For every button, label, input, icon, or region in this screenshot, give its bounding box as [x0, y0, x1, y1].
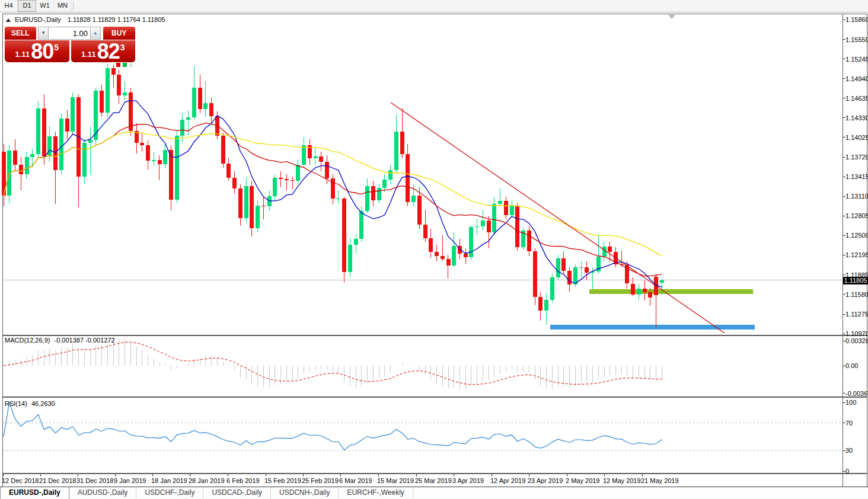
symbol-tab-eurusd-daily[interactable]: EURUSD-,Daily [0, 487, 69, 499]
macd-header: MACD(12,26,9) -0.001387 -0.001272 [5, 337, 115, 344]
date-axis-label: 12 Dec 2018 [2, 477, 39, 484]
symbol-tab-eurchf-weekly[interactable]: EURCHF-,Weekly [339, 487, 413, 499]
symbol-tab-bar: EURUSD-,DailyAUDUSD-,DailyUSDCHF-,DailyU… [0, 487, 868, 499]
chart-plot-canvas[interactable] [0, 0, 868, 499]
trading-terminal-window: H4 D1 W1 MN EURUSD-,Daily 1.11828 1.1182… [0, 0, 868, 499]
date-axis-label: 23 Apr 2019 [528, 477, 563, 484]
macd-axis-label: 0.003287 [845, 337, 868, 344]
chart-symbol-label: EURUSD-,Daily [15, 16, 61, 23]
rsi-axis-label: 30 [845, 447, 853, 454]
timeframe-button-mn[interactable]: MN [54, 0, 72, 12]
panel-marker-green-icon[interactable] [123, 63, 127, 67]
date-axis-label: 6 Feb 2019 [226, 477, 260, 484]
price-axis-label: 1.13110 [845, 193, 868, 200]
price-axis-label: 1.12500 [845, 232, 868, 239]
price-axis-label: 1.14635 [845, 95, 868, 102]
volume-increase-button[interactable]: ▲ [90, 27, 101, 40]
price-axis-label: 1.15245 [845, 56, 868, 63]
price-axis-label: 1.12805 [845, 212, 868, 219]
volume-input[interactable] [49, 27, 90, 40]
sell-price-sup: 5 [54, 43, 59, 52]
buy-price-button[interactable]: 1.11 82 3 [71, 40, 136, 62]
sell-price-button[interactable]: 1.11 80 5 [5, 40, 69, 62]
macd-name: MACD(12,26,9) [5, 337, 50, 344]
toolbar-separator [73, 1, 74, 11]
rsi-header: RSI(14) 46.2630 [5, 400, 55, 407]
price-axis-label: 1.13720 [845, 153, 868, 161]
symbol-tab-usdchf-daily[interactable]: USDCHF-,Daily [136, 487, 203, 499]
rsi-value: 46.2630 [31, 400, 55, 407]
date-axis-label: 12 Apr 2019 [490, 477, 525, 484]
triangle-down-icon: ▼ [41, 30, 46, 36]
date-axis-divider [2, 473, 867, 474]
sell-button[interactable]: SELL [5, 27, 36, 40]
price-axis-label: 1.15860 [845, 16, 868, 23]
date-axis-label: 9 Jan 2019 [114, 477, 146, 484]
macd-panel-divider[interactable] [2, 335, 867, 336]
date-axis-label: 15 Feb 2019 [264, 477, 301, 484]
panel-marker-chart-icon[interactable]: ⟂ [129, 63, 133, 67]
sell-price-prefix: 1.11 [15, 50, 30, 59]
date-axis-label: 18 Jan 2019 [151, 477, 187, 484]
timeframe-toolbar: H4 D1 W1 MN [0, 0, 868, 12]
scroll-marker-icon[interactable] [668, 15, 675, 19]
price-axis-label: 1.15550 [845, 36, 868, 43]
price-axis-label: 1.14330 [845, 114, 868, 121]
buy-price-big: 82 [97, 41, 120, 62]
macd-axis-label: 0.00 [845, 362, 858, 369]
symbol-marker-icon [6, 18, 11, 22]
chart-ohlc-quote: 1.11828 1.11829 1.11764 1.11805 [68, 16, 165, 23]
date-axis-label: 21 Dec 2018 [39, 477, 76, 484]
panel-marker-red-icon[interactable] [116, 63, 120, 67]
date-axis-label: 25 Feb 2019 [302, 477, 339, 484]
timeframe-button-d1[interactable]: D1 [18, 0, 36, 12]
price-axis-border [843, 14, 843, 487]
price-axis-label: 1.11275 [845, 311, 868, 318]
one-click-trading-panel: SELL ▼ ▲ BUY 1.11 80 5 1.11 82 3 [5, 27, 135, 62]
date-axis-label: 28 Jan 2019 [189, 477, 225, 484]
date-axis-label: 2 May 2019 [566, 477, 599, 484]
symbol-tab-usdcnh-daily[interactable]: USDCNH-,Daily [271, 487, 339, 499]
sell-price-big: 80 [31, 41, 53, 62]
rsi-panel-divider[interactable] [2, 396, 867, 398]
date-axis-label: 12 May 2019 [603, 477, 641, 484]
buy-price-sup: 3 [120, 43, 125, 52]
price-axis-label: 1.10970 [845, 330, 868, 337]
current-price-label: 1.11805 [843, 277, 868, 284]
rsi-name: RSI(14) [5, 400, 27, 407]
price-axis-label: 1.13415 [845, 173, 868, 180]
date-axis-label: 21 May 2019 [641, 477, 679, 484]
price-axis-label: 1.11580 [845, 291, 868, 298]
date-axis-label: 31 Dec 2018 [76, 477, 113, 484]
rsi-axis-label: 100 [845, 399, 856, 406]
volume-decrease-button[interactable]: ▼ [38, 27, 49, 40]
date-axis-label: 3 Apr 2019 [452, 477, 484, 484]
rsi-axis-label: 0 [845, 468, 849, 475]
macd-values: -0.001387 -0.001272 [54, 337, 114, 344]
chart-title: EURUSD-,Daily 1.11828 1.11829 1.11764 1.… [6, 16, 165, 23]
date-axis-label: 6 Mar 2019 [339, 477, 372, 484]
symbol-tab-usdcad-daily[interactable]: USDCAD-,Daily [203, 487, 271, 499]
date-axis-label: 25 Mar 2019 [415, 477, 452, 484]
buy-button[interactable]: BUY [103, 27, 136, 40]
price-axis-label: 1.14940 [845, 75, 868, 82]
triangle-up-icon: ▲ [93, 30, 98, 36]
timeframe-button-h4[interactable]: H4 [0, 0, 18, 12]
timeframe-button-w1[interactable]: W1 [36, 0, 54, 12]
price-axis-label: 1.14025 [845, 134, 868, 141]
macd-axis-label: -0.003659 [845, 390, 868, 397]
rsi-axis-label: 70 [845, 420, 853, 427]
date-axis-label: 15 Mar 2019 [377, 477, 414, 484]
price-axis-label: 1.12195 [845, 251, 868, 258]
symbol-tab-audusd-daily[interactable]: AUDUSD-,Daily [69, 487, 137, 499]
buy-price-prefix: 1.11 [81, 50, 96, 59]
